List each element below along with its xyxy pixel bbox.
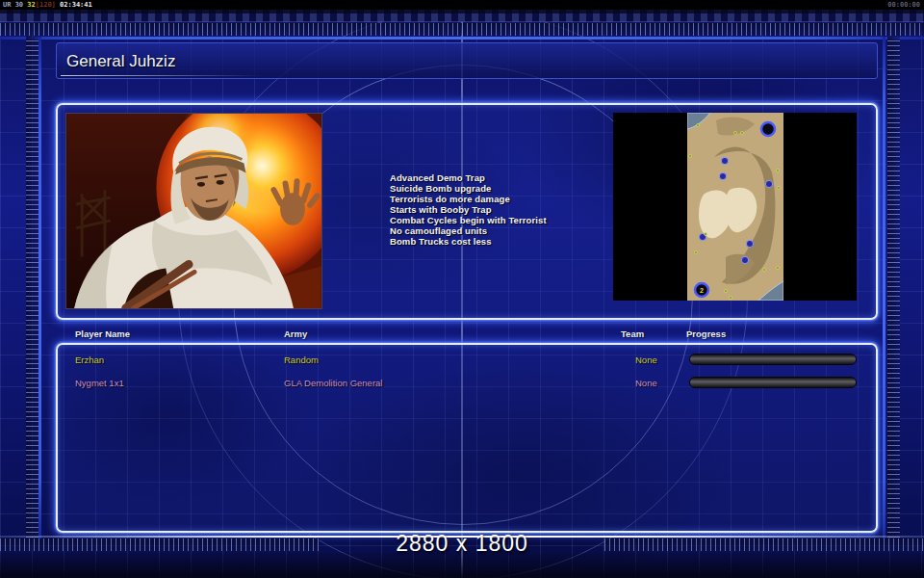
game-lobby-screen: UR 30 32[120] 02:34:41 00:00:00 General … bbox=[0, 0, 924, 578]
column-header-team: Team bbox=[621, 328, 644, 339]
player-name: Erzhan bbox=[75, 355, 104, 365]
player-team: None bbox=[635, 378, 657, 388]
frame-line-right bbox=[883, 37, 886, 539]
start-position-label: 2 bbox=[700, 287, 704, 294]
player-name: Nygmet 1x1 bbox=[75, 378, 124, 388]
ability-item: No camouflaged units bbox=[390, 225, 547, 236]
portrait-art bbox=[66, 114, 321, 308]
general-abilities-list: Advanced Demo Trap Suicide Bomb upgrade … bbox=[390, 172, 547, 247]
debug-time: 02:34:41 bbox=[56, 1, 92, 9]
player-team: None bbox=[635, 355, 657, 365]
ability-item: Terrorists do more damage bbox=[390, 194, 547, 204]
player-list-panel bbox=[56, 343, 878, 533]
column-header-army: Army bbox=[284, 328, 307, 339]
map-preview: 2 bbox=[687, 113, 783, 301]
debug-ur: UR 30 bbox=[3, 1, 27, 9]
column-header-progress: Progress bbox=[686, 328, 726, 339]
page-title: General Juhziz bbox=[66, 52, 175, 71]
frame-line-left bbox=[38, 37, 41, 539]
ability-item: Suicide Bomb upgrade bbox=[390, 183, 547, 194]
ruler-left bbox=[26, 37, 38, 538]
debug-bracket: [120] bbox=[36, 1, 56, 9]
top-status-bar: UR 30 32[120] 02:34:41 00:00:00 bbox=[0, 0, 924, 10]
ability-item: Combat Cycles begin with Terrorist bbox=[390, 215, 547, 225]
ability-item: Advanced Demo Trap bbox=[390, 172, 547, 183]
ability-item: Bomb Trucks cost less bbox=[390, 236, 547, 247]
debug-readout: UR 30 32[120] 02:34:41 bbox=[3, 0, 92, 10]
ruler-right bbox=[887, 37, 900, 538]
column-header-player-name: Player Name bbox=[75, 328, 130, 339]
player-progress-bar bbox=[689, 354, 857, 365]
start-position-1 bbox=[761, 122, 775, 136]
ruler-top bbox=[0, 23, 924, 36]
top-dash-band bbox=[0, 10, 924, 22]
player-army: GLA Demolition General bbox=[284, 378, 382, 388]
map-preview-frame: 2 bbox=[613, 113, 857, 301]
match-clock: 00:00:00 bbox=[887, 0, 920, 10]
footer-shade bbox=[0, 553, 924, 578]
general-portrait bbox=[65, 113, 322, 309]
title-underline bbox=[61, 75, 263, 76]
ability-item: Starts with Booby Trap bbox=[390, 204, 547, 215]
player-progress-bar bbox=[689, 377, 857, 388]
title-panel: General Juhziz bbox=[56, 42, 878, 79]
start-position-2: 2 bbox=[695, 283, 708, 297]
debug-fps: 32 bbox=[27, 1, 35, 9]
frame-line-top bbox=[0, 37, 924, 39]
player-army: Random bbox=[284, 355, 319, 365]
